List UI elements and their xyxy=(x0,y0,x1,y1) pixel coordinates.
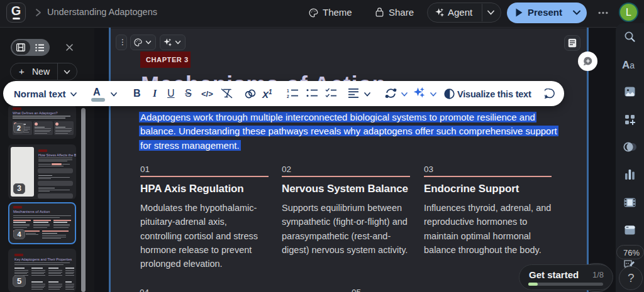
svg-text:1: 1 xyxy=(287,89,289,93)
svg-text:2: 2 xyxy=(287,94,289,99)
